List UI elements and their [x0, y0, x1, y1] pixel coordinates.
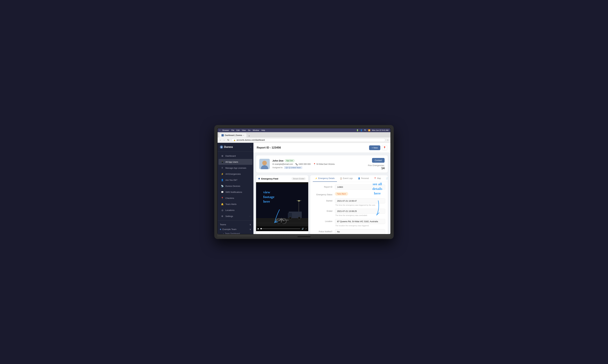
- team-badge: QU Q United Team: [284, 166, 303, 169]
- tab-bar: Dashboard | Duress × +: [218, 132, 390, 137]
- sidebar-item-settings[interactable]: ⚙ Settings ›: [219, 213, 252, 219]
- settings-icon: ⚙: [221, 215, 224, 218]
- back-button[interactable]: ‹: [219, 138, 222, 142]
- sidebar-label-manage-licenses: Manage App Licenses: [225, 167, 246, 169]
- laptop-shell:  Browser File Edit View Go Window Help …: [214, 125, 394, 239]
- sidebar-header: ◉ Duress ‹: [218, 143, 253, 151]
- sidebar-item-manage-licenses[interactable]: ⠿ Manage App Licenses: [219, 165, 252, 171]
- forward-button[interactable]: ›: [223, 138, 225, 142]
- bookmark-button[interactable]: ☆: [387, 139, 389, 141]
- sidebar-item-dashboard[interactable]: ⊞ Dashboard: [219, 153, 252, 159]
- tab-personal[interactable]: 👤 Personal: [356, 175, 371, 182]
- feed-video: ▶ 🔊 ⤢: [256, 182, 308, 231]
- wifi-icon: 📶: [368, 129, 370, 131]
- macos-menubar:  Browser File Edit View Go Window Help …: [218, 128, 390, 132]
- brand-icon: ◉: [220, 145, 223, 149]
- sidebar-item-team-alerts[interactable]: 🔔 Team Alerts: [219, 201, 252, 207]
- sidebar-nav: ⊞ Dashboard 📱 All App Users ⠿ Manage App…: [218, 151, 253, 221]
- tab-event-logs[interactable]: 📋 Event Logs: [338, 175, 355, 182]
- menu-view[interactable]: View: [242, 129, 246, 131]
- sidebar-item-duress-devices[interactable]: 📡 Duress Devices: [219, 183, 252, 189]
- location-header-button[interactable]: 📍: [382, 145, 387, 150]
- sidebar-item-sms-notifications[interactable]: 💬 SMS Notifications: [219, 189, 252, 195]
- user-location: 📍 St Kilda East Victoria: [313, 163, 335, 165]
- map-tab-icon: 📍: [374, 177, 376, 180]
- sms-notifications-icon: 💬: [221, 191, 224, 194]
- tab-operator-report[interactable]: 📄 Operator Report: [384, 175, 388, 182]
- field-label-started: Started: [313, 198, 332, 202]
- header-actions: + New 📍: [369, 145, 387, 150]
- personal-tab-icon: 👤: [358, 177, 360, 180]
- user-avatar: [259, 159, 270, 169]
- battery-icon: 🔋: [356, 129, 359, 131]
- example-team-label: Example Team: [223, 228, 237, 231]
- address-bar[interactable]: 🔒 accounts.duress.com/dashboard: [231, 138, 385, 142]
- reload-button[interactable]: ↻: [226, 138, 230, 142]
- field-ended: Ended 2021-07-21 13:08:25 The time the e…: [313, 209, 385, 216]
- sidebar-label-duress-devices: Duress Devices: [225, 185, 240, 187]
- menu-window[interactable]: Window: [253, 129, 259, 131]
- browser-tab-active[interactable]: Dashboard | Duress ×: [219, 133, 246, 137]
- video-controls: ▶ 🔊 ⤢: [256, 226, 308, 231]
- tab-emergency-details[interactable]: ⚡ Emergency Details: [313, 175, 337, 182]
- sidebar-item-checkins[interactable]: 📍 Checkins: [219, 195, 252, 201]
- sub-item-team-dashboard[interactable]: Team Dashboard: [218, 232, 253, 234]
- sidebar-label-locations: Locations: [225, 209, 235, 211]
- field-value-block-status: False Alarm: [335, 192, 385, 195]
- new-button[interactable]: + New: [369, 145, 380, 150]
- user-card: John Doe App User ✉ example@email.com 📞 …: [256, 155, 388, 173]
- menu-browser[interactable]: Browser: [223, 129, 229, 131]
- menu-edit[interactable]: Edit: [237, 129, 239, 131]
- progress-dot: [261, 228, 262, 229]
- event-logs-tab-icon: 📋: [340, 177, 342, 180]
- field-report-id: Report ID 14963: [313, 184, 385, 190]
- video-progress-bar[interactable]: [261, 229, 300, 229]
- user-icon: 👤: [360, 129, 363, 131]
- play-button[interactable]: ▶: [258, 228, 259, 230]
- sidebar-label-dashboard: Dashboard: [225, 155, 236, 157]
- sidebar-label-settings: Settings: [225, 215, 233, 218]
- checkins-icon: 📍: [221, 196, 224, 199]
- teams-header[interactable]: Teams ∨: [218, 222, 253, 227]
- all-app-users-icon: 📱: [221, 160, 224, 163]
- fullscreen-button[interactable]: ⤢: [305, 228, 307, 230]
- team-badge-icon: QU: [286, 167, 288, 169]
- menu-file[interactable]: File: [231, 129, 234, 131]
- email-icon: ✉: [272, 163, 274, 165]
- svg-point-3: [263, 161, 266, 165]
- app-container: ◉ Duress ‹ ⊞ Dashboard 📱 All App Users: [218, 143, 390, 234]
- field-label-report-id: Report ID: [313, 184, 332, 188]
- sidebar-item-are-you-ok[interactable]: 👤 Are You Ok?: [219, 177, 252, 183]
- example-team-item[interactable]: Example Team ∨: [218, 227, 253, 232]
- sidebar-item-all-emergencies[interactable]: ⚡ All Emergencies: [219, 171, 252, 177]
- field-value-block-started: 2021-07-21 13:06:47 The time the emergen…: [335, 198, 385, 206]
- false-alarm-badge: False Alarm: [335, 192, 348, 195]
- details-body: Report ID 14963 Emergency Status: [310, 182, 388, 234]
- prior-count: 14: [381, 167, 384, 170]
- brand-name: Duress: [224, 145, 233, 148]
- sidebar-item-all-app-users[interactable]: 📱 All App Users: [219, 159, 252, 165]
- user-name: John Doe: [272, 159, 283, 162]
- field-value-block-police: No Were the police contacted.: [335, 229, 385, 234]
- user-phone: 📞 0400 000 000: [295, 163, 311, 165]
- feed-header: Emergency Feed Stream Ended: [256, 175, 308, 182]
- all-emergencies-icon: ⚡: [221, 172, 224, 175]
- menu-go[interactable]: Go: [248, 129, 251, 131]
- field-emergency-status: Emergency Status False Alarm: [313, 192, 385, 196]
- collapse-sidebar-button[interactable]: ‹: [250, 146, 251, 148]
- contact-button[interactable]: Contact: [372, 158, 384, 163]
- svg-point-13: [298, 217, 301, 220]
- menu-help[interactable]: Help: [262, 129, 265, 131]
- tab-map[interactable]: 📍 Map: [372, 175, 383, 182]
- teams-section: Teams ∨ Example Team ∨ Team Dashboard: [218, 221, 253, 234]
- feed-indicator-dot: [258, 178, 260, 180]
- search-icon[interactable]: 🔍: [364, 129, 367, 131]
- new-tab-button[interactable]: +: [247, 134, 251, 137]
- tab-close-button[interactable]: ×: [243, 134, 244, 136]
- field-value-ended: 2021-07-21 13:08:25: [335, 209, 385, 214]
- field-value-started: 2021-07-21 13:06:47: [335, 198, 385, 203]
- field-value-block-ended: 2021-07-21 13:08:25 The time the emergen…: [335, 209, 385, 216]
- sidebar-item-locations[interactable]: ◎ Locations: [219, 207, 252, 213]
- field-value-police-notified: No: [335, 229, 385, 234]
- volume-button[interactable]: 🔊: [302, 228, 304, 230]
